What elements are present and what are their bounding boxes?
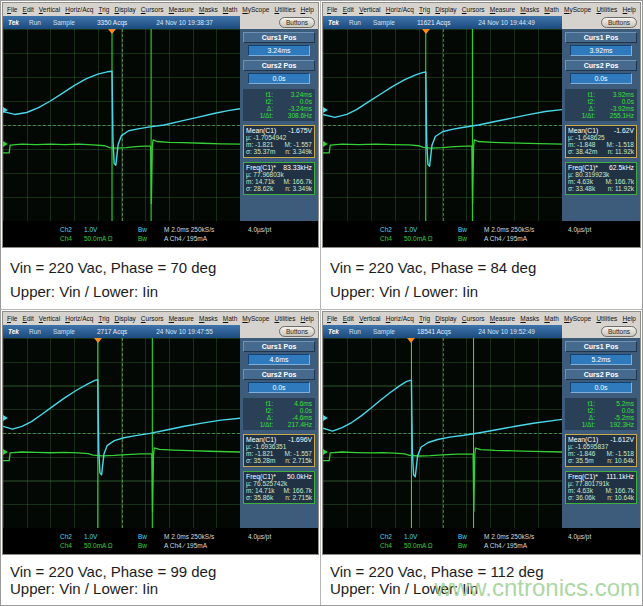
curs2-pos-value[interactable]: 0.0s bbox=[248, 382, 310, 393]
trigger-position-marker[interactable] bbox=[94, 338, 102, 343]
menu-item-math[interactable]: Math bbox=[544, 315, 558, 322]
menu-item-measure[interactable]: Measure bbox=[169, 6, 194, 13]
ch4-scale[interactable]: 50.0mA Ω bbox=[84, 542, 138, 549]
timebase-readout[interactable]: M 2.0ms 250kS/s bbox=[164, 533, 248, 540]
ch2-ground-marker[interactable] bbox=[3, 415, 8, 421]
menu-item-cursors[interactable]: Cursors bbox=[141, 6, 164, 13]
buttons-button[interactable]: Buttons bbox=[601, 326, 637, 337]
menu-item-display[interactable]: Display bbox=[114, 6, 135, 13]
menu-item-masks[interactable]: Masks bbox=[520, 315, 539, 322]
curs1-pos-value[interactable]: 4.6ms bbox=[248, 354, 310, 365]
menu-item-horiz-acq[interactable]: Horiz/Acq bbox=[65, 6, 93, 13]
menu-item-cursors[interactable]: Cursors bbox=[141, 315, 164, 322]
menu-item-display[interactable]: Display bbox=[114, 315, 135, 322]
menu-item-math[interactable]: Math bbox=[223, 315, 237, 322]
menu-item-edit[interactable]: Edit bbox=[23, 315, 34, 322]
menu-item-vertical[interactable]: Vertical bbox=[359, 315, 380, 322]
menu-item-help[interactable]: Help bbox=[623, 315, 636, 322]
cursor-readout-row: 1/Δt:308.6Hz bbox=[246, 112, 312, 119]
cursor-readout-row: t1:3.24ms bbox=[246, 91, 312, 98]
tek-logo: Tek bbox=[8, 328, 19, 335]
curs1-pos-value[interactable]: 5.2ms bbox=[570, 354, 632, 365]
ch2-scale[interactable]: 1.0V bbox=[404, 533, 458, 540]
trigger-readout[interactable]: A Ch4 ∕ 195mA bbox=[484, 235, 568, 242]
menu-item-help[interactable]: Help bbox=[301, 6, 314, 13]
freq-label: Freq(C1)* bbox=[246, 164, 276, 171]
menu-item-math[interactable]: Math bbox=[223, 6, 237, 13]
waveform-plot bbox=[3, 338, 240, 528]
ch4-ground-marker[interactable] bbox=[3, 141, 8, 147]
menu-item-display[interactable]: Display bbox=[435, 6, 456, 13]
menu-item-trig[interactable]: Trig bbox=[98, 6, 109, 13]
timebase-readout[interactable]: M 2.0ms 250kS/s bbox=[164, 226, 248, 233]
menu-item-masks[interactable]: Masks bbox=[199, 6, 218, 13]
menu-item-measure[interactable]: Measure bbox=[490, 6, 515, 13]
trigger-position-marker[interactable] bbox=[422, 29, 430, 34]
menu-bar: FileEditVerticalHoriz/AcqTrigDisplayCurs… bbox=[323, 3, 640, 16]
timebase-readout[interactable]: M 2.0ms 250kS/s bbox=[484, 226, 568, 233]
menu-item-vertical[interactable]: Vertical bbox=[39, 315, 60, 322]
menu-item-myscope[interactable]: MyScope bbox=[242, 315, 269, 322]
menu-item-edit[interactable]: Edit bbox=[343, 6, 354, 13]
menu-item-edit[interactable]: Edit bbox=[343, 315, 354, 322]
menu-item-math[interactable]: Math bbox=[544, 6, 558, 13]
curs2-pos-value[interactable]: 0.0s bbox=[570, 382, 632, 393]
menu-item-horiz-acq[interactable]: Horiz/Acq bbox=[386, 315, 414, 322]
curs1-pos-value[interactable]: 3.24ms bbox=[248, 45, 310, 56]
menu-item-myscope[interactable]: MyScope bbox=[564, 315, 591, 322]
menu-item-utilities[interactable]: Utilities bbox=[274, 315, 295, 322]
trigger-position-marker[interactable] bbox=[407, 338, 415, 343]
ch4-scale[interactable]: 50.0mA Ω bbox=[404, 235, 458, 242]
menu-item-cursors[interactable]: Cursors bbox=[462, 315, 485, 322]
ch2-ground-marker[interactable] bbox=[323, 415, 328, 421]
menu-item-horiz-acq[interactable]: Horiz/Acq bbox=[65, 315, 93, 322]
menu-item-horiz-acq[interactable]: Horiz/Acq bbox=[386, 6, 414, 13]
ch4-ground-marker[interactable] bbox=[323, 449, 328, 455]
ch2-scale[interactable]: 1.0V bbox=[84, 226, 138, 233]
menu-item-utilities[interactable]: Utilities bbox=[274, 6, 295, 13]
buttons-button[interactable]: Buttons bbox=[279, 17, 315, 28]
menu-item-trig[interactable]: Trig bbox=[98, 315, 109, 322]
ch4-ground-marker[interactable] bbox=[3, 449, 8, 455]
menu-item-help[interactable]: Help bbox=[623, 6, 636, 13]
buttons-button[interactable]: Buttons bbox=[279, 326, 315, 337]
ch4-ground-marker[interactable] bbox=[323, 141, 328, 147]
trigger-readout[interactable]: A Ch4 ∕ 195mA bbox=[164, 542, 248, 549]
menu-item-measure[interactable]: Measure bbox=[169, 315, 194, 322]
menu-item-file[interactable]: File bbox=[327, 315, 338, 322]
curs2-pos-value[interactable]: 0.0s bbox=[570, 73, 632, 84]
menu-item-utilities[interactable]: Utilities bbox=[596, 6, 617, 13]
menu-item-help[interactable]: Help bbox=[301, 315, 314, 322]
menu-item-trig[interactable]: Trig bbox=[419, 6, 430, 13]
ch4-scale[interactable]: 50.0mA Ω bbox=[84, 235, 138, 242]
menu-item-masks[interactable]: Masks bbox=[199, 315, 218, 322]
ch4-scale[interactable]: 50.0mA Ω bbox=[404, 542, 458, 549]
trigger-readout[interactable]: A Ch4 ∕ 195mA bbox=[164, 235, 248, 242]
buttons-button[interactable]: Buttons bbox=[601, 17, 637, 28]
timebase-readout[interactable]: M 2.0ms 250kS/s bbox=[484, 533, 568, 540]
menu-item-trig[interactable]: Trig bbox=[419, 315, 430, 322]
trigger-readout[interactable]: A Ch4 ∕ 195mA bbox=[484, 542, 568, 549]
ch2-ground-marker[interactable] bbox=[323, 107, 328, 113]
trigger-position-marker[interactable] bbox=[108, 29, 116, 34]
ch2-ground-marker[interactable] bbox=[3, 107, 8, 113]
readout-panel: Curs1 Pos 3.92ms Curs2 Pos 0.0s t1:3.92m… bbox=[562, 29, 640, 221]
menu-item-edit[interactable]: Edit bbox=[23, 6, 34, 13]
ch2-scale[interactable]: 1.0V bbox=[404, 226, 458, 233]
menu-item-display[interactable]: Display bbox=[435, 315, 456, 322]
curs2-pos-value[interactable]: 0.0s bbox=[248, 73, 310, 84]
menu-item-file[interactable]: File bbox=[327, 6, 338, 13]
menu-item-cursors[interactable]: Cursors bbox=[462, 6, 485, 13]
menu-item-vertical[interactable]: Vertical bbox=[359, 6, 380, 13]
menu-item-file[interactable]: File bbox=[7, 6, 18, 13]
menu-item-myscope[interactable]: MyScope bbox=[564, 6, 591, 13]
menu-item-utilities[interactable]: Utilities bbox=[596, 315, 617, 322]
menu-item-file[interactable]: File bbox=[7, 315, 18, 322]
menu-item-masks[interactable]: Masks bbox=[520, 6, 539, 13]
menu-item-myscope[interactable]: MyScope bbox=[242, 6, 269, 13]
mean-max: M: -1.557 bbox=[285, 141, 312, 148]
menu-item-measure[interactable]: Measure bbox=[490, 315, 515, 322]
ch2-scale[interactable]: 1.0V bbox=[84, 533, 138, 540]
curs1-pos-value[interactable]: 3.92ms bbox=[570, 45, 632, 56]
menu-item-vertical[interactable]: Vertical bbox=[39, 6, 60, 13]
